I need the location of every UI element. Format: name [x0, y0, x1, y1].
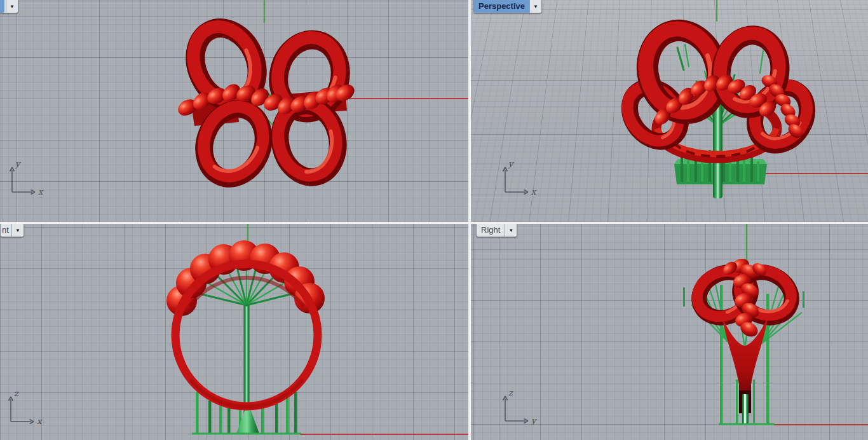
twisted-rope-center	[721, 256, 769, 340]
support-nub-left	[683, 287, 685, 306]
support-nub-right	[803, 291, 804, 308]
ring-object-right[interactable]	[689, 256, 800, 413]
viewport-menu-arrow-icon[interactable]: ▼	[11, 224, 24, 237]
viewport-right[interactable]: Right ▼ z y	[471, 224, 868, 440]
viewport-title-front[interactable]: nt ▼	[0, 224, 24, 237]
viewport-menu-arrow-icon[interactable]: ▼	[529, 0, 541, 13]
model-right-view[interactable]	[471, 224, 868, 440]
viewport-grid: ▼ y x	[0, 0, 868, 440]
viewport-front[interactable]: nt ▼ z x	[0, 224, 468, 440]
model-perspective-view[interactable]	[471, 0, 868, 222]
viewport-label[interactable]: Right	[477, 224, 505, 237]
model-top-view[interactable]	[0, 0, 468, 222]
viewport-title-top[interactable]: ▼	[0, 0, 18, 13]
viewport-top[interactable]: ▼ y x	[0, 0, 468, 222]
viewport-title-perspective[interactable]: Perspective ▼	[473, 0, 542, 13]
viewport-menu-arrow-icon[interactable]: ▼	[6, 0, 18, 13]
viewport-label[interactable]: Perspective	[474, 0, 529, 13]
model-front-view[interactable]	[0, 224, 468, 440]
viewport-menu-arrow-icon[interactable]: ▼	[505, 224, 517, 237]
viewport-label-fragment	[0, 0, 4, 13]
ring-object-top[interactable]	[175, 15, 358, 188]
viewport-perspective[interactable]: Perspective ▼ y x	[471, 0, 868, 222]
viewport-label[interactable]: nt	[1, 224, 11, 237]
viewport-title-right[interactable]: Right ▼	[476, 224, 517, 237]
